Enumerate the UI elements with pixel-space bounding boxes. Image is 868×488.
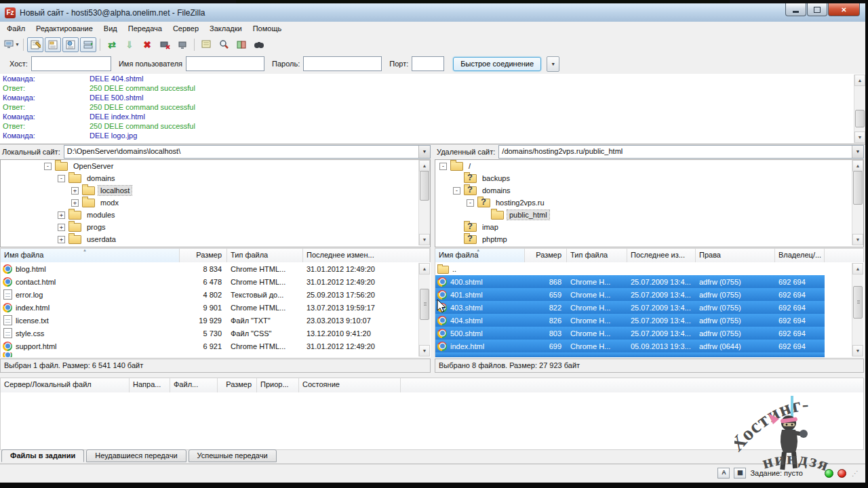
menu-item[interactable]: Файл	[1, 22, 31, 35]
queue-tab[interactable]: Неудавшиеся передачи	[86, 449, 186, 462]
refresh-icon[interactable]: ⇄	[104, 37, 120, 52]
column-header-size[interactable]: Размер	[525, 249, 567, 263]
scroll-up-arrow[interactable]: ▲	[854, 75, 865, 86]
queue-column-server[interactable]: Сервер/Локальный файл	[1, 378, 130, 393]
menu-item[interactable]: Помощь	[248, 22, 288, 35]
column-header-name[interactable]: Имя файла	[435, 249, 525, 263]
maximize-button[interactable]	[807, 3, 827, 16]
tree-expander-icon[interactable]: -	[467, 199, 474, 207]
local-list-scrollbar[interactable]: ▲ ▼	[418, 263, 430, 357]
local-tree-item[interactable]: + modx	[1, 197, 430, 209]
file-row[interactable]: style.css 5 730 Файл "CSS" 13.12.2010 9:…	[1, 327, 431, 340]
tree-expander-icon[interactable]: -	[44, 163, 52, 170]
column-header-name[interactable]: Имя файла	[1, 249, 180, 263]
toggle-remote-tree-icon[interactable]	[62, 37, 79, 52]
file-row[interactable]: contact.html 6 478 Chrome HTML... 31.01.…	[1, 275, 431, 288]
remote-path-combo[interactable]: /domains/hosting2vps.ru/public_html ▼	[498, 145, 864, 159]
resize-grip[interactable]: ⋰	[852, 470, 859, 477]
file-row[interactable]: 401.shtml 659 Chrome H... 25.07.2009 13:…	[435, 288, 825, 301]
file-row[interactable]: index.html 9 901 Chrome HTML... 13.07.20…	[1, 301, 431, 314]
menu-item[interactable]: Редактирование	[31, 22, 98, 35]
quickconnect-button[interactable]: Быстрое соединение	[453, 57, 541, 71]
tree-expander-icon[interactable]: +	[71, 187, 79, 195]
remote-list-scrollbar[interactable]: ▲ ▼	[852, 263, 863, 357]
tree-expander-icon[interactable]: +	[71, 199, 79, 207]
column-header-owner[interactable]: Владелец/...	[775, 249, 825, 263]
chevron-down-icon[interactable]: ▼	[418, 146, 430, 158]
host-input[interactable]	[31, 56, 111, 71]
remote-tree-item[interactable]: - hosting2vps.ru	[435, 197, 863, 209]
file-row[interactable]: 500.shtml 803 Chrome H... 25.07.2009 13:…	[435, 327, 825, 340]
remote-tree-scrollbar[interactable]: ▲ ▼	[852, 160, 863, 245]
menu-item[interactable]: Сервер	[167, 22, 204, 35]
scroll-down-arrow[interactable]: ▼	[854, 131, 865, 143]
speed-limits-icon[interactable]: ▦	[734, 468, 746, 479]
tree-expander-icon[interactable]: +	[58, 211, 65, 219]
column-header-modified[interactable]: Последнее измен...	[303, 249, 430, 263]
file-row[interactable]	[435, 352, 825, 357]
local-tree-item[interactable]: - domains	[1, 172, 430, 184]
menu-item[interactable]: Передача	[123, 22, 167, 35]
local-tree-item[interactable]: + localhost	[1, 184, 430, 197]
tree-expander-icon[interactable]: +	[58, 236, 65, 243]
local-tree-item[interactable]: + modules	[1, 209, 430, 221]
column-header-size[interactable]: Размер	[180, 249, 227, 263]
port-input[interactable]	[412, 56, 444, 71]
file-row[interactable]: support.html 6 921 Chrome HTML... 31.01.…	[1, 340, 431, 352]
queue-column-direction[interactable]: Напра...	[130, 378, 170, 393]
compare-icon[interactable]	[233, 37, 250, 52]
remote-tree-item[interactable]: public_html	[435, 209, 863, 221]
filter-icon[interactable]	[198, 37, 214, 52]
close-button[interactable]: ✕	[828, 3, 860, 16]
file-row[interactable]: 404.shtml 826 Chrome H... 25.07.2009 13:…	[435, 314, 825, 327]
file-row[interactable]: index.html 699 Chrome H... 05.09.2013 19…	[435, 340, 825, 352]
directory-listing-icon[interactable]: A	[717, 468, 730, 479]
process-queue-icon[interactable]: ⇓	[121, 37, 138, 52]
sync-browse-icon[interactable]	[251, 37, 267, 52]
toggle-message-log-icon[interactable]	[27, 37, 43, 52]
remote-tree-item[interactable]: phptmp	[435, 233, 863, 245]
site-manager-icon[interactable]: ▼	[3, 37, 20, 52]
minimize-button[interactable]	[785, 3, 806, 16]
cancel-icon[interactable]: ✖	[139, 37, 155, 52]
column-header-modified[interactable]: Последнее из...	[627, 249, 696, 263]
file-row[interactable]: 403.shtml 822 Chrome H... 25.07.2009 13:…	[435, 301, 825, 314]
local-tree-item[interactable]: + userdata	[1, 233, 430, 245]
remote-tree-item[interactable]: imap	[435, 221, 863, 233]
column-header-type[interactable]: Тип файла	[227, 249, 303, 263]
toggle-local-tree-icon[interactable]	[45, 37, 61, 52]
queue-column-file[interactable]: Файл...	[170, 378, 218, 393]
tree-expander-icon[interactable]: +	[58, 224, 65, 231]
queue-list[interactable]	[0, 392, 864, 450]
scroll-thumb[interactable]	[855, 110, 865, 127]
username-input[interactable]	[186, 56, 264, 71]
remote-tree-item[interactable]: backups	[435, 172, 863, 184]
file-row[interactable]	[1, 352, 431, 357]
file-row[interactable]: license.txt 19 929 Файл "TXT" 23.03.2013…	[1, 314, 431, 327]
queue-column-size[interactable]: Размер	[218, 378, 257, 393]
local-tree-item[interactable]: + progs	[1, 221, 430, 233]
file-row[interactable]: blog.html 8 834 Chrome HTML... 31.01.201…	[1, 262, 431, 275]
log-scrollbar[interactable]: ▲ ▼	[854, 75, 865, 143]
remote-tree-item[interactable]: - domains	[435, 184, 863, 197]
local-tree-scrollbar[interactable]: ▲ ▼	[418, 160, 430, 245]
file-row[interactable]: ..	[435, 262, 825, 275]
local-path-combo[interactable]: D:\OpenServer\domains\localhost\ ▼	[64, 145, 431, 159]
reconnect-icon[interactable]	[174, 37, 191, 52]
menu-item[interactable]: Закладки	[204, 22, 248, 35]
chevron-down-icon[interactable]: ▼	[852, 146, 863, 158]
tree-expander-icon[interactable]: -	[58, 175, 65, 182]
file-row[interactable]: 400.shtml 868 Chrome H... 25.07.2009 13:…	[435, 275, 825, 288]
password-input[interactable]	[303, 56, 382, 71]
remote-tree-item[interactable]: - /	[435, 160, 863, 172]
queue-tab[interactable]: Успешные передачи	[189, 449, 277, 462]
tree-expander-icon[interactable]: -	[439, 163, 447, 170]
column-header-type[interactable]: Тип файла	[567, 249, 627, 263]
file-row[interactable]: error.log 4 802 Текстовый до... 25.09.20…	[1, 288, 431, 301]
find-icon[interactable]	[216, 37, 232, 52]
tree-expander-icon[interactable]: -	[453, 187, 460, 195]
menu-item[interactable]: Вид	[98, 22, 123, 35]
toggle-queue-icon[interactable]	[80, 37, 96, 52]
column-header-permissions[interactable]: Права	[696, 249, 775, 263]
queue-column-status[interactable]: Состояние	[299, 378, 401, 393]
